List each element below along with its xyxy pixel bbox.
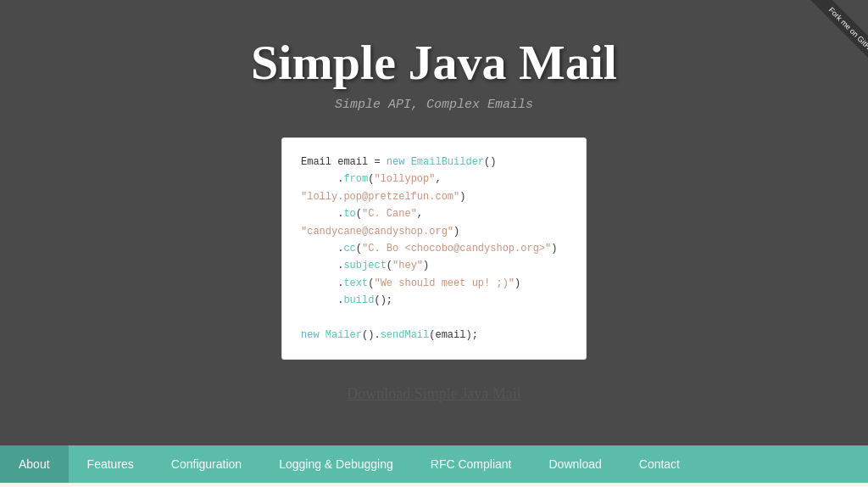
nav-item-logging[interactable]: Logging & Debugging: [260, 445, 412, 483]
code-line-6: .text("We should meet up! ;)"): [301, 275, 567, 292]
nav-item-about[interactable]: About: [0, 445, 69, 483]
code-line-4: .cc("C. Bo <chocobo@candyshop.org>"): [301, 240, 567, 257]
hero-section: Simple Java Mail Simple API, Complex Ema…: [0, 0, 868, 445]
code-line-1: Email email = new EmailBuilder(): [301, 154, 567, 171]
code-block: Email email = new EmailBuilder() .from("…: [281, 137, 587, 360]
nav-item-configuration[interactable]: Configuration: [153, 445, 260, 483]
nav-item-rfc[interactable]: RFC Compliant: [412, 445, 531, 483]
hero-title: Simple Java Mail: [17, 34, 851, 91]
code-line-3: .to("C. Cane", "candycane@candyshop.org"…: [301, 205, 567, 240]
content-section: Simple Java Mail: Simple API, Complex Em…: [0, 483, 868, 487]
fork-ribbon[interactable]: Fork me on GitHub: [792, 0, 868, 76]
hero-subtitle: Simple API, Complex Emails: [17, 98, 851, 112]
code-line-2: .from("lollypop", "lolly.pop@pretzelfun.…: [301, 171, 567, 205]
download-simple-java-mail-link[interactable]: Download Simple Java Mail: [347, 385, 520, 403]
main-navigation: About Features Configuration Logging & D…: [0, 445, 868, 483]
nav-item-contact[interactable]: Contact: [620, 445, 698, 483]
code-line-9: new Mailer().sendMail(email);: [301, 327, 567, 344]
nav-item-download[interactable]: Download: [531, 445, 620, 483]
fork-ribbon-link[interactable]: Fork me on GitHub: [809, 0, 868, 59]
code-line-7: .build();: [301, 292, 567, 309]
code-line-blank: [301, 310, 567, 327]
code-line-5: .subject("hey"): [301, 257, 567, 274]
nav-item-features[interactable]: Features: [69, 445, 153, 483]
